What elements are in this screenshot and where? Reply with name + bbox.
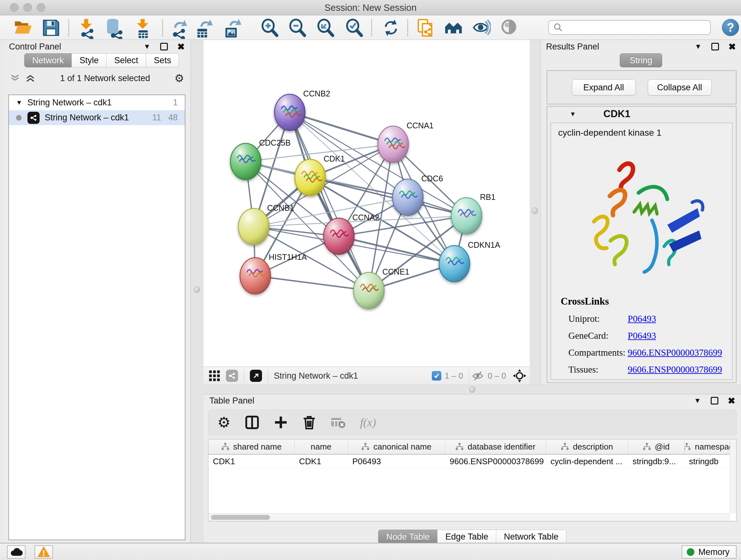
panel-menu-icon[interactable]: ▼ bbox=[695, 43, 702, 51]
network-canvas[interactable]: CCNB2CCNA1CDC25BCDK1CDC6RB1CCNB1CCNA2CDK… bbox=[204, 40, 530, 367]
crosslink-row: Uniprot:P06493 bbox=[568, 314, 732, 324]
tab-network-table[interactable]: Network Table bbox=[496, 530, 566, 544]
tab-style[interactable]: Style bbox=[71, 53, 107, 67]
help-button[interactable]: ? bbox=[722, 19, 739, 36]
edge-CCNA2-CDKN1A[interactable] bbox=[339, 236, 455, 264]
panel-float-icon[interactable] bbox=[160, 43, 168, 51]
horizontal-scrollbar-thumb[interactable] bbox=[211, 515, 270, 520]
node-CCNB1[interactable] bbox=[239, 208, 269, 245]
node-CDK1[interactable] bbox=[295, 159, 326, 196]
import-table-file-icon[interactable] bbox=[133, 18, 152, 37]
crosslink-link[interactable]: 9606.ENSP00000378699 bbox=[628, 348, 722, 358]
tab-string[interactable]: String bbox=[620, 53, 662, 67]
panel-float-icon[interactable] bbox=[711, 397, 718, 405]
delete-table-icon[interactable] bbox=[331, 416, 345, 429]
node-CDKN1A[interactable] bbox=[439, 246, 470, 282]
tab-network[interactable]: Network bbox=[24, 53, 72, 67]
column-header-namespace[interactable]: namespace bbox=[684, 439, 736, 454]
entry-expander-icon[interactable]: ▼ bbox=[569, 111, 576, 118]
selected-checkbox[interactable] bbox=[432, 371, 441, 381]
column-header-shared-name[interactable]: shared name bbox=[208, 439, 294, 454]
column-header-name[interactable]: name bbox=[294, 439, 348, 454]
node-CDC6[interactable] bbox=[393, 179, 423, 215]
column-header--id[interactable]: @id bbox=[628, 439, 684, 454]
cloud-button[interactable] bbox=[7, 545, 25, 559]
settings-gear-icon[interactable]: ⚙ bbox=[217, 414, 230, 431]
node-CDC25B[interactable] bbox=[230, 143, 261, 180]
import-network-database-icon[interactable] bbox=[105, 18, 124, 37]
search-input[interactable] bbox=[566, 21, 710, 34]
export-table-icon[interactable] bbox=[195, 18, 214, 37]
left-splitter-handle[interactable] bbox=[194, 287, 200, 293]
import-network-file-icon[interactable] bbox=[77, 18, 95, 37]
node-RB1[interactable] bbox=[451, 198, 482, 234]
tab-edge-table[interactable]: Edge Table bbox=[437, 530, 496, 544]
node-label-HIST1H1A: HIST1H1A bbox=[269, 253, 307, 261]
node-CCNA2[interactable] bbox=[324, 218, 354, 254]
table-row[interactable]: CDK1CDK1P064939606.ENSP00000378699cyclin… bbox=[208, 455, 736, 469]
horizontal-splitter-handle[interactable] bbox=[469, 386, 475, 393]
tab-select[interactable]: Select bbox=[106, 53, 146, 67]
birds-eye-view-icon[interactable] bbox=[444, 18, 463, 37]
edge-CCNB2-CCNA1[interactable] bbox=[290, 112, 393, 144]
network-collection-row[interactable]: ▼ String Network – cdk1 1 bbox=[9, 95, 185, 110]
expand-all-icon[interactable] bbox=[25, 73, 36, 83]
edge-HIST1H1A-CCNE1[interactable] bbox=[255, 276, 369, 291]
grid-view-icon[interactable] bbox=[208, 369, 221, 382]
open-session-icon[interactable] bbox=[14, 18, 32, 37]
show-hide-graphics-icon[interactable] bbox=[472, 18, 491, 37]
preview-eye-icon[interactable] bbox=[500, 18, 519, 37]
collapse-all-icon[interactable] bbox=[10, 73, 20, 83]
collapse-all-button[interactable]: Collapse All bbox=[648, 79, 712, 96]
expand-all-button[interactable]: Expand All bbox=[572, 79, 636, 96]
zoom-out-icon[interactable] bbox=[288, 18, 307, 37]
edge-CCNB2-CCNE1[interactable] bbox=[290, 112, 369, 291]
node-HIST1H1A[interactable] bbox=[240, 258, 271, 294]
collection-expander-icon[interactable]: ▼ bbox=[16, 99, 22, 106]
share-network-icon[interactable] bbox=[226, 370, 238, 382]
right-splitter-handle[interactable] bbox=[532, 207, 538, 214]
network-row[interactable]: String Network – cdk1 11 48 bbox=[9, 110, 185, 125]
search-field[interactable] bbox=[548, 20, 711, 35]
horizontal-splitter[interactable] bbox=[204, 385, 741, 394]
left-splitter[interactable] bbox=[191, 40, 204, 543]
warning-button[interactable] bbox=[35, 545, 53, 559]
tab-sets[interactable]: Sets bbox=[146, 53, 179, 67]
node-CCNA1[interactable] bbox=[378, 126, 408, 163]
panel-menu-icon[interactable]: ▼ bbox=[694, 396, 701, 405]
panel-menu-icon[interactable]: ▼ bbox=[144, 43, 151, 51]
crosslink-link[interactable]: P06493 bbox=[628, 330, 656, 341]
right-splitter[interactable] bbox=[530, 40, 541, 385]
crosshair-icon[interactable] bbox=[513, 369, 527, 383]
column-header-description[interactable]: description bbox=[546, 439, 628, 454]
crosslink-link[interactable]: 9606.ENSP00000378699 bbox=[628, 364, 722, 375]
refresh-icon[interactable] bbox=[382, 18, 400, 37]
save-session-icon[interactable] bbox=[42, 18, 60, 37]
zoom-selected-icon[interactable] bbox=[345, 18, 363, 37]
network-options-gear-icon[interactable]: ⚙ bbox=[175, 72, 184, 84]
add-column-icon[interactable] bbox=[274, 415, 288, 429]
panel-close-icon[interactable]: ✖ bbox=[728, 395, 735, 406]
tab-node-table[interactable]: Node Table bbox=[378, 530, 437, 544]
panel-close-icon[interactable]: ✖ bbox=[178, 42, 185, 52]
panel-close-icon[interactable]: ✖ bbox=[729, 42, 736, 52]
vertical-scrollbar[interactable] bbox=[730, 439, 736, 513]
crosslink-link[interactable]: P06493 bbox=[628, 314, 656, 324]
hidden-eye-icon[interactable] bbox=[472, 370, 484, 381]
clone-network-icon[interactable] bbox=[417, 18, 435, 37]
horizontal-scrollbar[interactable] bbox=[208, 513, 730, 521]
memory-button[interactable]: Memory bbox=[682, 545, 737, 559]
node-CCNB2[interactable] bbox=[274, 94, 305, 131]
column-header-canonical-name[interactable]: canonical name bbox=[348, 439, 445, 454]
show-columns-icon[interactable] bbox=[245, 415, 259, 429]
node-CCNE1[interactable] bbox=[354, 272, 384, 309]
delete-column-icon[interactable] bbox=[302, 415, 316, 430]
zoom-fit-icon[interactable] bbox=[316, 18, 335, 37]
column-header-database-identifier[interactable]: database identifier bbox=[445, 439, 546, 454]
zoom-in-icon[interactable] bbox=[260, 18, 279, 37]
function-builder-icon[interactable]: f(x) bbox=[360, 416, 376, 429]
export-image-icon[interactable] bbox=[223, 18, 242, 37]
panel-float-icon[interactable] bbox=[711, 43, 719, 51]
export-network-icon[interactable] bbox=[170, 18, 189, 37]
open-in-window-icon[interactable] bbox=[250, 370, 262, 382]
